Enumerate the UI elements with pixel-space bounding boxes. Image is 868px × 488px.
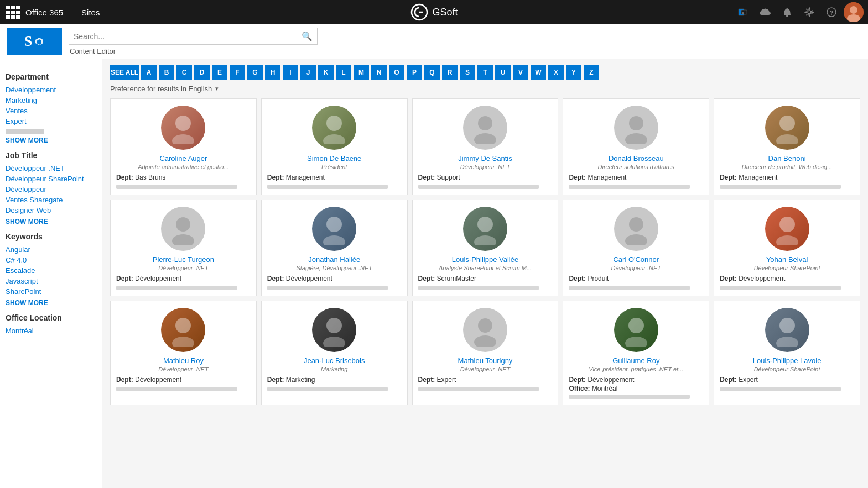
gear-icon[interactable] xyxy=(799,2,819,22)
sidebar-item-angular[interactable]: Angular xyxy=(6,244,96,255)
alpha-n[interactable]: N xyxy=(371,65,387,80)
person-name[interactable]: Guillaume Roy xyxy=(612,356,659,365)
sidebar-item-montreal[interactable]: Montréal xyxy=(6,326,96,336)
show-more-jobs[interactable]: SHOW MORE xyxy=(6,218,96,225)
waffle-menu[interactable] xyxy=(4,4,21,20)
person-avatar xyxy=(312,207,356,251)
alpha-l[interactable]: L xyxy=(336,65,351,80)
sidebar-item-expert[interactable]: Expert xyxy=(6,116,96,127)
person-card: Jonathan Hallée Stagière, Développeur .N… xyxy=(261,200,408,296)
search-icon[interactable]: 🔍 xyxy=(302,31,313,41)
alpha-s[interactable]: S xyxy=(460,65,475,80)
alpha-g[interactable]: G xyxy=(247,65,263,80)
sidebar-item-dev-net[interactable]: Développeur .NET xyxy=(6,163,96,174)
svg-point-21 xyxy=(176,217,190,232)
keywords-list: Angular C# 4.0 Escalade Javascript Share… xyxy=(6,244,96,297)
sidebar-item-csharp[interactable]: C# 4.0 xyxy=(6,255,96,265)
person-name[interactable]: Jonathan Hallée xyxy=(308,255,360,264)
svg-point-5 xyxy=(808,11,811,14)
person-avatar-placeholder xyxy=(161,207,205,251)
alpha-k[interactable]: K xyxy=(318,65,334,80)
sidebar-item-javascript[interactable]: Javascript xyxy=(6,276,96,286)
sidebar-item-dev-sp[interactable]: Développeur SharePoint xyxy=(6,174,96,184)
alpha-v[interactable]: V xyxy=(513,65,528,80)
alpha-see-all[interactable]: SEE ALL xyxy=(110,65,139,80)
sidebar: Department Développement Marketing Vente… xyxy=(0,59,102,488)
person-title: Développeur .NET xyxy=(460,366,511,372)
bell-icon[interactable] xyxy=(777,2,797,22)
alpha-j[interactable]: J xyxy=(300,65,316,80)
alpha-w[interactable]: W xyxy=(531,65,546,80)
svg-point-38 xyxy=(625,337,647,347)
sidebar-item-escalade[interactable]: Escalade xyxy=(6,265,96,276)
person-name[interactable]: Jean-Luc Brisebois xyxy=(304,356,365,365)
sidebar-item-sharepoint[interactable]: SharePoint xyxy=(6,286,96,297)
avatar[interactable] xyxy=(844,2,864,22)
cloud-icon[interactable] xyxy=(755,2,775,22)
person-avatar xyxy=(312,308,356,352)
sidebar-item-ventes-sg[interactable]: Ventes Sharegate xyxy=(6,195,96,205)
alpha-a[interactable]: A xyxy=(141,65,157,80)
sites-label[interactable]: Sites xyxy=(81,8,100,17)
svg-point-24 xyxy=(323,235,345,245)
sidebar-item-developpement[interactable]: Développement xyxy=(6,85,96,95)
alpha-m[interactable]: M xyxy=(354,65,369,80)
person-title: Développeur .NET xyxy=(460,164,511,170)
person-name[interactable]: Louis-Philippe Lavoie xyxy=(753,356,822,365)
svg-point-20 xyxy=(776,134,798,144)
alpha-y[interactable]: Y xyxy=(566,65,581,80)
alpha-x[interactable]: X xyxy=(548,65,564,80)
pref-chevron-icon[interactable]: ▾ xyxy=(215,85,219,92)
person-dept: Dept: Management xyxy=(720,174,777,181)
person-name[interactable]: Jimmy De Santis xyxy=(458,154,512,162)
person-name[interactable]: Yohan Belval xyxy=(766,255,808,264)
person-avatar-placeholder xyxy=(463,308,507,352)
alpha-t[interactable]: T xyxy=(477,65,493,80)
search-input[interactable] xyxy=(74,32,302,41)
person-name[interactable]: Caroline Auger xyxy=(159,154,207,162)
person-name[interactable]: Mathieu Roy xyxy=(163,356,204,365)
person-name[interactable]: Carl O'Connor xyxy=(613,255,659,264)
person-name[interactable]: Donald Brosseau xyxy=(609,154,664,162)
person-title: Président xyxy=(321,164,347,170)
alpha-e[interactable]: E xyxy=(212,65,227,80)
help-icon[interactable]: ? xyxy=(822,2,841,22)
alphabet-bar: SEE ALL A B C D E F G H I J K L M N O P … xyxy=(110,65,860,80)
alpha-h[interactable]: H xyxy=(265,65,280,80)
person-card: Jimmy De Santis Développeur .NET Dept: S… xyxy=(412,98,559,195)
alpha-f[interactable]: F xyxy=(230,65,245,80)
svg-point-32 xyxy=(172,337,194,347)
alpha-o[interactable]: O xyxy=(389,65,404,80)
sidebar-item-designer[interactable]: Designer Web xyxy=(6,205,96,216)
alpha-d[interactable]: D xyxy=(194,65,210,80)
person-avatar-placeholder xyxy=(463,106,507,150)
person-name[interactable]: Louis-Philippe Vallée xyxy=(452,255,518,264)
person-name[interactable]: Simon De Baene xyxy=(307,154,361,162)
show-more-kw[interactable]: SHOW MORE xyxy=(6,299,96,307)
alpha-r[interactable]: R xyxy=(442,65,458,80)
outlook-icon[interactable]: M xyxy=(733,2,753,22)
sidebar-item-ventes[interactable]: Ventes xyxy=(6,106,96,116)
alpha-p[interactable]: P xyxy=(407,65,422,80)
sharepoint-logo[interactable]: S xyxy=(7,28,62,55)
alpha-b[interactable]: B xyxy=(159,65,174,80)
person-avatar xyxy=(614,308,658,352)
svg-point-18 xyxy=(625,133,647,144)
alpha-i[interactable]: I xyxy=(283,65,298,80)
person-redacted-bar xyxy=(267,185,388,189)
show-more-dept[interactable]: SHOW MORE xyxy=(6,137,96,144)
alpha-q[interactable]: Q xyxy=(424,65,440,80)
svg-point-30 xyxy=(776,235,798,245)
sidebar-item-marketing[interactable]: Marketing xyxy=(6,95,96,106)
sidebar-item-dev[interactable]: Développeur xyxy=(6,184,96,195)
person-name[interactable]: Pierre-Luc Turgeon xyxy=(153,255,214,264)
person-avatar xyxy=(765,207,809,251)
person-title: Développeur SharePoint xyxy=(754,366,820,372)
person-name[interactable]: Dan Benoni xyxy=(768,154,806,162)
alpha-c[interactable]: C xyxy=(176,65,192,80)
person-title: Développeur .NET xyxy=(158,366,209,372)
person-name[interactable]: Mathieu Tourigny xyxy=(458,356,513,365)
alpha-u[interactable]: U xyxy=(495,65,511,80)
alpha-z[interactable]: Z xyxy=(584,65,599,80)
people-grid: Caroline Auger Adjointe administrative e… xyxy=(110,98,860,405)
